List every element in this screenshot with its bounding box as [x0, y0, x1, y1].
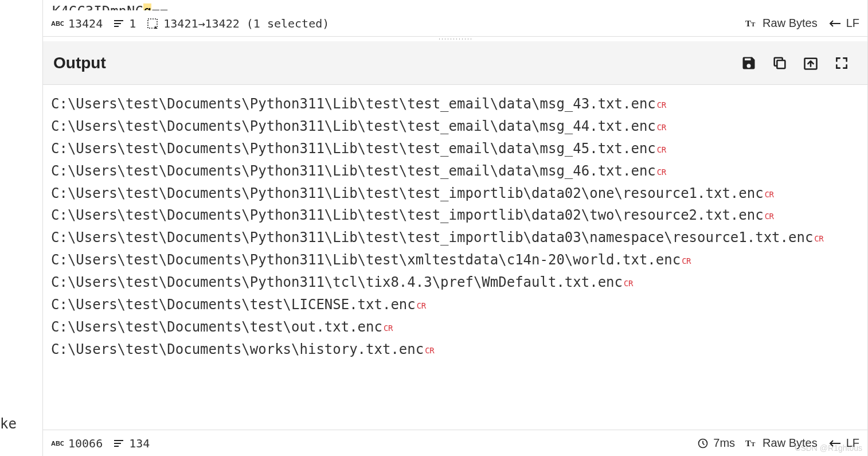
output-header: Output	[43, 41, 867, 85]
cr-marker: CR	[657, 123, 666, 132]
line-count-group[interactable]: 1	[113, 17, 136, 30]
output-line: C:\Users\test\Documents\Python311\tcl\ti…	[51, 274, 623, 290]
cr-marker: CR	[624, 279, 633, 288]
output-char-count-group[interactable]: ABC 10066	[51, 436, 103, 450]
input-encoding: Raw Bytes	[763, 17, 818, 30]
lines-icon	[113, 19, 124, 28]
cr-marker: CR	[814, 234, 823, 243]
input-char-count: 13424	[68, 17, 103, 30]
svg-rect-9	[777, 60, 785, 68]
output-line: C:\Users\test\Documents\Python311\Lib\te…	[51, 141, 656, 157]
clock-icon	[697, 438, 709, 449]
output-eol-group[interactable]: LF	[828, 436, 859, 450]
svg-text:T: T	[751, 441, 756, 447]
eol-arrow-icon	[828, 20, 842, 28]
input-suffix: ==	[151, 3, 168, 10]
output-char-count: 10066	[68, 436, 103, 450]
output-line: C:\Users\test\Documents\Python311\Lib\te…	[51, 118, 656, 134]
output-line: C:\Users\test\Documents\Python311\Lib\te…	[51, 207, 764, 223]
svg-text:T: T	[751, 21, 756, 28]
svg-text:ABC: ABC	[51, 20, 64, 27]
output-truncated-top: C:\Users\test\Documents\Python311\Lib\te…	[43, 85, 867, 91]
input-status-bar: ABC 13424 1 13421→13422 (1 selected)	[43, 10, 867, 37]
input-eol: LF	[846, 17, 859, 30]
save-button[interactable]	[733, 49, 764, 77]
input-text-partial[interactable]: K4GC3IDmnNCg==	[43, 0, 867, 10]
tt-icon: TT	[745, 439, 758, 448]
svg-text:T: T	[745, 439, 751, 448]
output-text[interactable]: C:\Users\test\Documents\Python311\Lib\te…	[43, 91, 867, 430]
input-line-count: 1	[129, 17, 136, 30]
cr-marker: CR	[765, 190, 774, 199]
output-encoding-group[interactable]: TT Raw Bytes	[745, 436, 818, 450]
output-title: Output	[53, 54, 106, 72]
encoding-group[interactable]: TT Raw Bytes	[745, 17, 818, 30]
cr-marker: CR	[657, 145, 666, 154]
cr-marker: CR	[682, 256, 691, 266]
input-highlighted-char: g	[143, 3, 151, 10]
output-encoding: Raw Bytes	[763, 436, 818, 450]
cr-marker: CR	[384, 324, 393, 333]
input-selection: 13421→13422 (1 selected)	[163, 17, 329, 30]
tt-icon: TT	[745, 19, 758, 28]
copy-button[interactable]	[764, 49, 795, 77]
char-count-group[interactable]: ABC 13424	[51, 17, 103, 30]
cr-marker: CR	[417, 301, 426, 310]
svg-rect-4	[148, 19, 157, 28]
abc-icon: ABC	[51, 439, 64, 448]
output-line: C:\Users\test\Documents\works\history.tx…	[51, 341, 424, 357]
panel-resize-handle[interactable]	[43, 37, 867, 41]
output-time: 7ms	[713, 436, 735, 450]
eol-arrow-icon	[828, 439, 842, 447]
selection-group[interactable]: 13421→13422 (1 selected)	[146, 17, 329, 30]
output-line: C:\Users\test\Documents\Python311\Lib\te…	[51, 229, 813, 245]
cr-marker: CR	[765, 212, 774, 221]
output-eol: LF	[846, 436, 859, 450]
output-line: C:\Users\test\Documents\Python311\Lib\te…	[51, 96, 656, 112]
main-panel: K4GC3IDmnNCg== ABC 13424 1	[42, 0, 868, 456]
output-line: C:\Users\test\Documents\test\LICENSE.txt…	[51, 297, 416, 313]
output-line: C:\Users\test\Documents\test\out.txt.enc	[51, 319, 382, 335]
svg-text:ABC: ABC	[51, 440, 64, 447]
cr-marker: CR	[425, 346, 434, 355]
abc-icon: ABC	[51, 19, 64, 28]
move-to-input-button[interactable]	[795, 49, 826, 77]
left-truncated-text: ke	[0, 416, 17, 432]
cr-marker: CR	[657, 167, 666, 177]
drag-dots-icon	[438, 38, 472, 40]
output-line-count-group[interactable]: 134	[113, 436, 150, 450]
output-line: C:\Users\test\Documents\Python311\Lib\te…	[51, 252, 681, 268]
lines-icon	[113, 439, 124, 448]
input-prefix: K4GC3IDmnNC	[52, 3, 143, 10]
cr-marker: CR	[657, 100, 666, 110]
selection-icon	[146, 17, 159, 30]
fullscreen-button[interactable]	[826, 49, 857, 77]
eol-group[interactable]: LF	[828, 17, 859, 30]
output-line: C:\Users\test\Documents\Python311\Lib\te…	[51, 163, 656, 179]
svg-text:T: T	[745, 19, 751, 28]
output-line: C:\Users\test\Documents\Python311\Lib\te…	[51, 185, 764, 201]
output-status-bar: ABC 10066 134 7ms TT Raw Bytes	[43, 430, 867, 456]
output-line-count: 134	[129, 436, 150, 450]
time-group[interactable]: 7ms	[697, 436, 735, 450]
